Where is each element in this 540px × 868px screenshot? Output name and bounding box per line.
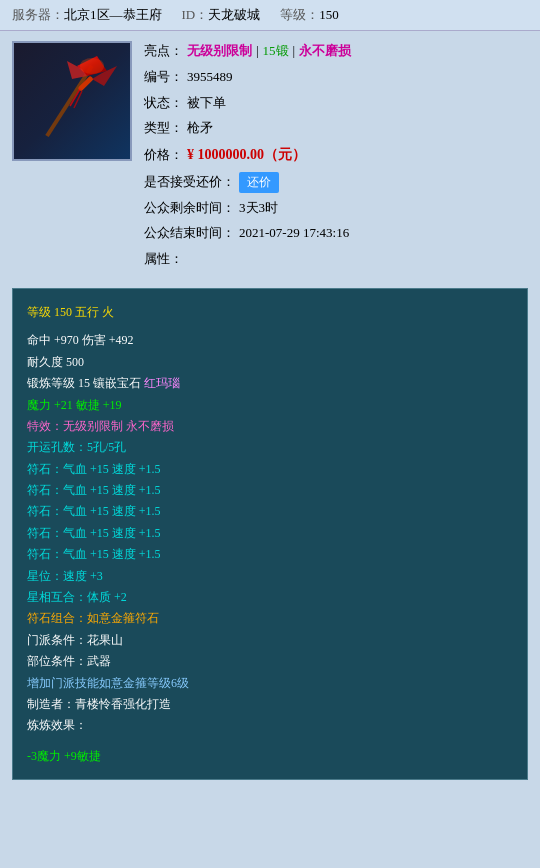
weapon-icon	[22, 51, 122, 151]
price-label: 价格：	[144, 145, 183, 166]
level-info: 等级：150	[280, 6, 339, 24]
number-label: 编号：	[144, 67, 183, 88]
attr-rune5: 符石：气血 +15 速度 +1.5	[27, 544, 513, 564]
remain-value: 3天3时	[239, 198, 278, 219]
type-row: 类型： 枪矛	[144, 118, 528, 139]
level-label: 等级：	[280, 7, 319, 22]
price-row: 价格： ¥ 1000000.00（元）	[144, 144, 528, 166]
main-content: 亮点： 无级别限制 | 15锻 | 永不磨损 编号： 3955489 状态： 被…	[0, 31, 540, 280]
attr-maker: 制造者：青楼怜香强化打造	[27, 694, 513, 714]
svg-point-5	[80, 58, 104, 74]
attributes-box: 等级 150 五行 火 命中 +970 伤害 +492 耐久度 500 锻炼等级…	[12, 288, 528, 780]
end-label: 公众结束时间：	[144, 223, 235, 244]
number-row: 编号： 3955489	[144, 67, 528, 88]
attr-rune4: 符石：气血 +15 速度 +1.5	[27, 523, 513, 543]
highlight-label: 亮点：	[144, 41, 183, 62]
attr-part: 部位条件：武器	[27, 651, 513, 671]
bargain-label: 是否接受还价：	[144, 172, 235, 193]
attrs-label-row: 属性：	[144, 249, 528, 270]
id-info: ID：天龙破城	[182, 6, 261, 24]
type-value: 枪矛	[187, 118, 213, 139]
svg-line-0	[47, 66, 92, 136]
attr-dur: 耐久度 500	[27, 352, 513, 372]
attr-star-combo: 星相互合：体质 +2	[27, 587, 513, 607]
attr-hp-hit: 命中 +970 伤害 +492	[27, 330, 513, 350]
end-row: 公众结束时间： 2021-07-29 17:43:16	[144, 223, 528, 244]
type-label: 类型：	[144, 118, 183, 139]
attr-magic-agi: 魔力 +21 敏捷 +19	[27, 395, 513, 415]
attr-star: 星位：速度 +3	[27, 566, 513, 586]
highlight-row: 亮点： 无级别限制 | 15锻 | 永不磨损	[144, 41, 528, 62]
sep2: |	[293, 41, 296, 62]
level-value: 150	[319, 7, 339, 22]
attr-special: 特效：无级别限制 永不磨损	[27, 416, 513, 436]
attr-skill: 增加门派技能如意金箍等级6级	[27, 673, 513, 693]
attr-rune-combo: 符石组合：如意金箍符石	[27, 608, 513, 628]
end-value: 2021-07-29 17:43:16	[239, 223, 349, 244]
server-label: 服务器：	[12, 7, 64, 22]
attr-sect: 门派条件：花果山	[27, 630, 513, 650]
top-bar: 服务器：北京1区—恭王府 ID：天龙破城 等级：150	[0, 0, 540, 31]
highlight-no-level: 无级别限制	[187, 41, 252, 62]
bargain-button[interactable]: 还价	[239, 172, 279, 193]
attr-level: 等级 150 五行 火	[27, 302, 513, 322]
highlight-nodamage: 永不磨损	[299, 41, 351, 62]
server-info: 服务器：北京1区—恭王府	[12, 6, 162, 24]
attr-forge-val1: -3魔力 +9敏捷	[27, 746, 513, 766]
attr-forge-gem: 锻炼等级 15 镶嵌宝石 红玛瑙	[27, 373, 513, 393]
sep1: |	[256, 41, 259, 62]
id-label: ID：	[182, 7, 209, 22]
bargain-row: 是否接受还价： 还价	[144, 172, 528, 193]
attr-forge-effect: 炼炼效果：	[27, 715, 513, 735]
attr-rune2: 符石：气血 +15 速度 +1.5	[27, 480, 513, 500]
remain-row: 公众剩余时间： 3天3时	[144, 198, 528, 219]
status-row: 状态： 被下单	[144, 93, 528, 114]
status-label: 状态：	[144, 93, 183, 114]
attr-rune3: 符石：气血 +15 速度 +1.5	[27, 501, 513, 521]
price-value: ¥ 1000000.00（元）	[187, 144, 306, 166]
info-panel: 亮点： 无级别限制 | 15锻 | 永不磨损 编号： 3955489 状态： 被…	[144, 41, 528, 270]
id-value: 天龙破城	[208, 7, 260, 22]
status-value: 被下单	[187, 93, 226, 114]
server-value: 北京1区—恭王府	[64, 7, 162, 22]
number-value: 3955489	[187, 67, 233, 88]
attrs-label: 属性：	[144, 249, 183, 270]
remain-label: 公众剩余时间：	[144, 198, 235, 219]
highlight-forge: 15锻	[263, 41, 289, 62]
item-image	[12, 41, 132, 161]
attr-rune1: 符石：气血 +15 速度 +1.5	[27, 459, 513, 479]
attr-holes: 开运孔数：5孔/5孔	[27, 437, 513, 457]
